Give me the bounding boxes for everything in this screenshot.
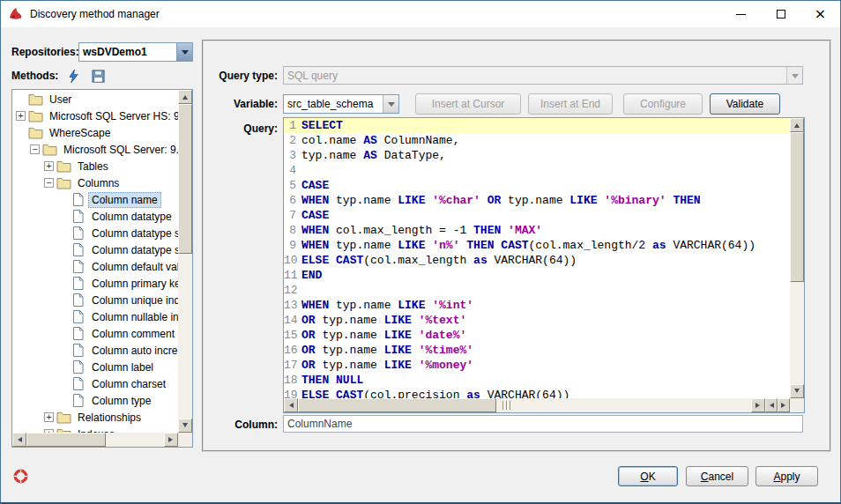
editor-line[interactable]: 1SELECT bbox=[284, 118, 790, 133]
line-number: 10 bbox=[284, 253, 301, 268]
sql-editor[interactable]: 1SELECT2col.name AS ColumnName,3typ.name… bbox=[283, 117, 805, 413]
tree-item[interactable]: −Columns bbox=[12, 174, 178, 191]
tree-item[interactable]: Column nullable in bbox=[12, 308, 178, 325]
editor-line[interactable]: 11END bbox=[284, 268, 790, 283]
tree-item[interactable]: Column default val bbox=[12, 258, 178, 275]
editor-line[interactable]: 8WHEN col.max_length = -1 THEN 'MAX' bbox=[284, 223, 790, 238]
scroll-right-button[interactable] bbox=[778, 398, 790, 412]
collapse-icon[interactable]: − bbox=[44, 178, 54, 188]
editor-line[interactable]: 12 bbox=[284, 283, 790, 298]
tree-item[interactable]: +Microsoft SQL Server HS: 9 bbox=[12, 107, 178, 124]
editor-line[interactable]: 3typ.name AS DataType, bbox=[284, 148, 790, 163]
editor-line[interactable]: 14OR typ.name LIKE '%text' bbox=[284, 313, 790, 328]
insert-at-end-button[interactable]: Insert at End bbox=[528, 93, 613, 115]
chevron-down-icon[interactable] bbox=[383, 95, 398, 113]
cancel-button[interactable]: Cancel bbox=[686, 466, 748, 486]
scroll-down-button[interactable] bbox=[178, 419, 192, 433]
editor-line[interactable]: 17OR typ.name LIKE '%money' bbox=[284, 358, 790, 373]
collapse-icon[interactable]: − bbox=[30, 145, 40, 154]
editor-view[interactable]: 1SELECT2col.name AS ColumnName,3typ.name… bbox=[284, 118, 790, 398]
title-bar: Discovery method manager × bbox=[1, 1, 840, 27]
editor-line[interactable]: 7CASE bbox=[284, 208, 790, 223]
folder-icon bbox=[28, 109, 43, 122]
editor-line[interactable]: 16OR typ.name LIKE '%time%' bbox=[284, 343, 790, 358]
tree-item[interactable]: +Relationships bbox=[12, 409, 178, 426]
tree-item[interactable]: Column datatype s bbox=[12, 225, 178, 241]
editor-line[interactable]: 5CASE bbox=[284, 178, 790, 193]
scroll-left-button[interactable] bbox=[284, 398, 298, 412]
tree-item[interactable]: Column comment bbox=[12, 325, 178, 342]
lightning-button[interactable] bbox=[64, 68, 82, 84]
tree-item[interactable]: Column auto incre bbox=[12, 342, 178, 359]
code-text: col.name AS ColumnName, bbox=[301, 133, 790, 148]
editor-secondary-horizontal-scrollbar[interactable] bbox=[765, 398, 790, 412]
tree-item[interactable]: WhereScape bbox=[12, 124, 178, 141]
line-number: 5 bbox=[284, 178, 301, 193]
tree-item[interactable]: Column unique ind bbox=[12, 292, 178, 308]
configure-button[interactable]: Configure bbox=[623, 93, 703, 115]
chevron-down-icon[interactable] bbox=[176, 43, 192, 61]
scroll-thumb[interactable] bbox=[298, 398, 496, 412]
line-number: 19 bbox=[284, 388, 301, 398]
expand-icon[interactable]: + bbox=[16, 111, 26, 121]
editor-line[interactable]: 2col.name AS ColumnName, bbox=[284, 133, 790, 148]
editor-line[interactable]: 4 bbox=[284, 163, 790, 178]
scroll-thumb[interactable] bbox=[26, 433, 106, 447]
tree-item[interactable]: Column datatype s bbox=[12, 241, 178, 258]
scroll-thumb[interactable] bbox=[790, 132, 804, 282]
editor-line[interactable]: 19ELSE CAST(col.precision as VARCHAR(64)… bbox=[284, 388, 790, 398]
editor-line[interactable]: 6WHEN typ.name LIKE '%char' OR typ.name … bbox=[284, 193, 790, 208]
editor-vertical-scrollbar[interactable] bbox=[790, 118, 804, 398]
tree-item[interactable]: Column charset bbox=[12, 375, 178, 392]
editor-line[interactable]: 18THEN NULL bbox=[284, 373, 790, 388]
scroll-up-button[interactable] bbox=[790, 118, 804, 132]
tree-item[interactable]: −Microsoft SQL Server: 9.0 - bbox=[12, 141, 178, 158]
scroll-left-button[interactable] bbox=[12, 433, 26, 447]
document-icon bbox=[71, 344, 86, 357]
column-field[interactable]: ColumnName bbox=[283, 415, 803, 433]
editor-line[interactable]: 15OR typ.name LIKE 'date%' bbox=[284, 328, 790, 343]
repositories-combobox[interactable]: wsDVDemo1 bbox=[78, 42, 193, 62]
splitter-grip[interactable] bbox=[502, 401, 511, 410]
tree-item[interactable]: Column label bbox=[12, 359, 178, 375]
triangle-up-icon bbox=[794, 121, 800, 128]
scroll-right-button[interactable] bbox=[164, 433, 178, 447]
validate-button[interactable]: Validate bbox=[710, 93, 780, 115]
tree-item-label: Column default val bbox=[88, 259, 178, 275]
tree-horizontal-scrollbar[interactable] bbox=[12, 433, 178, 447]
scroll-right-button[interactable] bbox=[751, 398, 765, 412]
triangle-right-icon bbox=[781, 403, 788, 408]
tree-vertical-scrollbar[interactable] bbox=[178, 90, 192, 433]
maximize-button[interactable] bbox=[761, 1, 800, 27]
code-text: ELSE CAST(col.max_length as VARCHAR(64)) bbox=[301, 253, 790, 268]
minimize-button[interactable] bbox=[721, 1, 761, 27]
insert-at-cursor-button[interactable]: Insert at Cursor bbox=[415, 93, 521, 115]
scroll-up-button[interactable] bbox=[178, 90, 192, 104]
folder-icon bbox=[56, 176, 71, 189]
tree-item[interactable]: +Indexes bbox=[12, 426, 178, 433]
close-button[interactable]: × bbox=[800, 1, 840, 27]
tree-item[interactable]: Column name bbox=[12, 191, 178, 208]
scroll-down-button[interactable] bbox=[790, 384, 804, 398]
expand-icon[interactable]: + bbox=[44, 412, 54, 422]
expand-icon[interactable]: + bbox=[44, 161, 54, 171]
scroll-thumb[interactable] bbox=[178, 104, 192, 254]
tree-item[interactable]: +Tables bbox=[12, 158, 178, 174]
editor-line[interactable]: 9WHEN typ.name LIKE 'n%' THEN CAST(col.m… bbox=[284, 238, 790, 253]
variable-combobox[interactable]: src_table_schema bbox=[283, 94, 399, 114]
editor-horizontal-scrollbar[interactable] bbox=[284, 398, 765, 412]
tree-item-label: Column label bbox=[88, 359, 157, 375]
tree-item[interactable]: User bbox=[12, 91, 178, 107]
editor-line[interactable]: 10ELSE CAST(col.max_length as VARCHAR(64… bbox=[284, 253, 790, 268]
tree-item[interactable]: Column type bbox=[12, 392, 178, 409]
tree-item-label: Microsoft SQL Server HS: 9 bbox=[46, 108, 178, 124]
line-number: 15 bbox=[284, 328, 301, 343]
editor-line[interactable]: 13WHEN typ.name LIKE '%int' bbox=[284, 298, 790, 313]
save-button[interactable] bbox=[89, 68, 107, 84]
ok-button[interactable]: OK bbox=[618, 466, 678, 486]
line-number: 3 bbox=[284, 148, 301, 163]
tree-item[interactable]: Column primary ke bbox=[12, 275, 178, 292]
apply-button[interactable]: Apply bbox=[755, 466, 818, 486]
tree-item[interactable]: Column datatype bbox=[12, 208, 178, 225]
scroll-left-button[interactable] bbox=[765, 398, 778, 412]
